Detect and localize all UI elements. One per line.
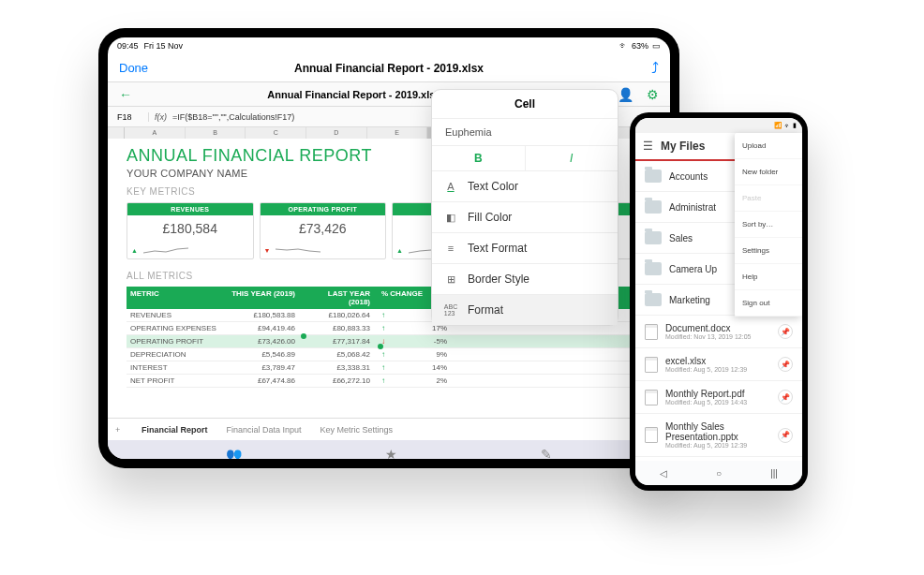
battery-icon: ▮ [793, 122, 797, 129]
pin-icon[interactable]: 📌 [778, 324, 793, 339]
folder-icon [645, 170, 662, 183]
list-item[interactable]: Document.docxModified: Nov 13, 2019 12:0… [635, 316, 802, 348]
border-icon: ⊞ [443, 272, 458, 287]
fx-label: f(x) [149, 112, 172, 122]
pin-icon[interactable]: 📌 [778, 357, 793, 372]
star-icon[interactable]: ★ [385, 447, 397, 459]
share-icon[interactable]: ⤴ [603, 60, 659, 77]
format-icon: ABC123 [443, 302, 458, 317]
bottom-bar: 👥 ★ ✎ [108, 440, 670, 459]
metric-value: £180,584 [127, 215, 253, 242]
th-last-year: LAST YEAR (2018) [305, 289, 380, 306]
metric-title: REVENUES [127, 203, 253, 215]
tab-metric-settings[interactable]: Key Metric Settings [315, 423, 399, 436]
text-format-row[interactable]: ≡ Text Format [432, 233, 618, 264]
metric-card-operating-profit[interactable]: OPERATING PROFIT £73,426 ▼ [260, 202, 387, 259]
menu-new-folder[interactable]: New folder [735, 159, 802, 185]
app-header: Done Annual Financial Report - 2019.xlsx… [108, 54, 670, 82]
users-icon[interactable]: 👥 [226, 447, 242, 459]
bold-button[interactable]: B [432, 146, 526, 170]
menu-sort-by[interactable]: Sort by… [735, 212, 802, 238]
text-color-icon: A [443, 179, 458, 194]
trend-down-icon: ▼ [264, 247, 271, 254]
table-row[interactable]: INTEREST£3,789.47£3,338.31↑14% [127, 361, 651, 375]
tab-data-input[interactable]: Financial Data Input [221, 423, 307, 436]
arrow-up-icon: ↑ [380, 376, 387, 385]
sparkline [274, 243, 330, 257]
menu-help[interactable]: Help [735, 264, 802, 290]
col-header[interactable]: B [186, 127, 246, 139]
trend-up-icon: ▲ [131, 247, 138, 254]
phone-device: 📶 ᯤ ▮ ☰ My Files Accounts📌 Administrat📌 … [630, 112, 808, 491]
user-icon[interactable]: 👤 [618, 87, 633, 102]
pin-icon[interactable]: 📌 [778, 428, 793, 443]
table-row[interactable]: OPERATING PROFIT£73,426.00£77,317.84↓-5% [127, 335, 651, 348]
status-bar: 09:45 Fri 15 Nov ᯤ 63% ▭ [108, 37, 670, 54]
tab-financial-report[interactable]: Financial Report [136, 423, 214, 436]
selection-handle[interactable] [301, 333, 306, 339]
battery-icon: ▭ [652, 41, 661, 51]
italic-button[interactable]: I [526, 146, 618, 170]
menu-settings[interactable]: Settings [735, 238, 802, 264]
back-icon[interactable]: ◁ [660, 468, 667, 479]
text-format-icon: ≡ [443, 241, 458, 256]
gear-icon[interactable]: ⚙ [647, 87, 659, 102]
wifi-icon: ᯤ [784, 123, 791, 129]
recents-icon[interactable]: ||| [770, 468, 778, 479]
th-change: % CHANGE [380, 289, 425, 306]
home-icon[interactable]: ○ [716, 468, 722, 479]
android-nav-bar: ◁ ○ ||| [635, 461, 802, 485]
phone-screen: 📶 ᯤ ▮ ☰ My Files Accounts📌 Administrat📌 … [635, 118, 802, 485]
phone-status-bar: 📶 ᯤ ▮ [635, 118, 802, 133]
document-icon [645, 390, 658, 405]
sparkline [142, 243, 198, 257]
font-selector[interactable]: Euphemia [432, 119, 618, 146]
list-item[interactable]: excel.xlsxModified: Aug 5, 2019 12:39📌 [635, 348, 802, 381]
col-header[interactable]: A [125, 127, 186, 139]
signal-icon: 📶 [774, 122, 782, 129]
selection-handle[interactable] [378, 344, 383, 349]
menu-upload[interactable]: Upload [735, 133, 802, 159]
arrow-up-icon: ↑ [380, 311, 387, 319]
format-row[interactable]: ABC123 Format [432, 295, 618, 325]
fill-color-icon: ◧ [443, 210, 458, 225]
wifi-icon: ᯤ [619, 41, 628, 51]
menu-sign-out[interactable]: Sign out [735, 290, 802, 317]
overflow-menu: Upload New folder Paste Sort by… Setting… [735, 133, 802, 317]
cell-reference[interactable]: F18 [113, 112, 149, 122]
arrow-up-icon: ↑ [380, 350, 387, 359]
sheet-tabs: + Financial Report Financial Data Input … [108, 418, 670, 440]
pin-icon[interactable]: 📌 [778, 390, 793, 405]
arrow-up-icon: ↑ [380, 363, 387, 372]
app-title: Annual Financial Report - 2019.xlsx [175, 62, 603, 75]
col-header[interactable]: C [246, 127, 306, 139]
table-row[interactable]: DEPRECIATION£5,546.89£5,068.42↑9% [127, 348, 651, 361]
back-icon[interactable]: ← [119, 87, 156, 102]
col-header[interactable]: E [367, 127, 428, 139]
status-date: Fri 15 Nov [144, 41, 184, 51]
list-item[interactable]: Monthly Sales Presentation.pptxModified:… [635, 414, 802, 457]
fill-color-row[interactable]: ◧ Fill Color [432, 202, 618, 233]
hamburger-icon[interactable]: ☰ [643, 140, 653, 153]
col-header[interactable]: D [306, 127, 367, 139]
cell-format-popover: Cell Euphemia B I A Text Color ◧ Fill Co… [431, 89, 618, 326]
metric-title: OPERATING PROFIT [261, 203, 386, 215]
arrow-up-icon: ↑ [380, 324, 387, 332]
folder-icon [645, 231, 662, 244]
document-icon [645, 357, 658, 373]
add-sheet-button[interactable]: + [115, 425, 128, 435]
text-color-row[interactable]: A Text Color [432, 171, 618, 202]
metric-card-revenues[interactable]: REVENUES £180,584 ▲ [127, 202, 254, 259]
done-button[interactable]: Done [119, 61, 175, 75]
table-row[interactable]: NET PROFIT£67,474.86£66,272.10↑2% [127, 375, 651, 388]
document-icon [645, 427, 658, 443]
edit-icon[interactable]: ✎ [541, 447, 552, 459]
border-style-row[interactable]: ⊞ Border Style [432, 264, 618, 295]
folder-icon [645, 293, 662, 306]
metric-value: £73,426 [261, 215, 386, 242]
trend-up-icon: ▲ [396, 247, 403, 254]
menu-paste: Paste [735, 185, 802, 212]
list-item[interactable]: Monthly Report.pdfModified: Aug 5, 2019 … [635, 381, 802, 414]
folder-icon [645, 262, 662, 275]
battery-percent: 63% [632, 41, 648, 51]
